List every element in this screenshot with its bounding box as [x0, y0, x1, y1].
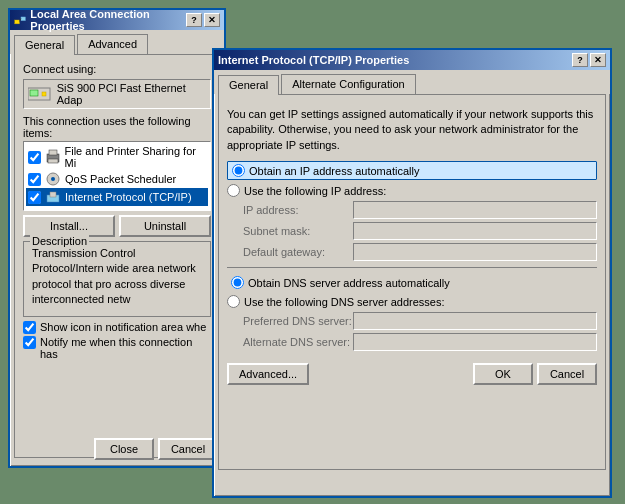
alternate-dns-label: Alternate DNS server: [243, 336, 353, 348]
help-button[interactable]: ? [186, 13, 202, 27]
manual-dns-row: Use the following DNS server addresses: [227, 295, 597, 308]
subnet-row: Subnet mask: [243, 222, 597, 240]
alternate-dns-row: Alternate DNS server: [243, 333, 597, 351]
tcpip-title-text: Internet Protocol (TCP/IP) Properties [218, 54, 409, 66]
list-item-0[interactable]: File and Printer Sharing for Mi [26, 144, 208, 170]
auto-ip-row: Obtain an IP address automatically [227, 161, 597, 180]
show-icon-label: Show icon in notification area whe [40, 321, 206, 333]
notify-checkbox[interactable] [23, 336, 36, 349]
local-conn-tabs: General Advanced [10, 30, 224, 54]
svg-rect-8 [48, 159, 58, 163]
manual-dns-radio[interactable] [227, 295, 240, 308]
install-button[interactable]: Install... [23, 215, 115, 237]
svg-rect-4 [30, 90, 38, 96]
gateway-label: Default gateway: [243, 246, 353, 258]
local-conn-title-text: Local Area Connection Properties [30, 8, 186, 32]
svg-rect-0 [15, 20, 20, 24]
tcpip-info-text: You can get IP settings assigned automat… [227, 107, 597, 153]
tab-general[interactable]: General [14, 35, 75, 55]
ip-fields-section: IP address: Subnet mask: Default gateway… [243, 201, 597, 261]
svg-rect-1 [21, 17, 26, 21]
ok-cancel-row: OK Cancel [473, 363, 597, 385]
connect-using-label: Connect using: [23, 63, 96, 75]
auto-dns-row: Obtain DNS server address automatically [227, 274, 597, 291]
tcpip-tab-content: You can get IP settings assigned automat… [218, 94, 606, 470]
list-item-1[interactable]: QoS Packet Scheduler [26, 170, 208, 188]
checkbox-tcpip[interactable] [28, 191, 41, 204]
tcpip-title-bar: Internet Protocol (TCP/IP) Properties ? … [214, 50, 610, 70]
local-conn-close-button[interactable]: Close [94, 438, 154, 458]
component-label-0: File and Printer Sharing for Mi [65, 145, 207, 169]
preferred-dns-input[interactable] [353, 312, 597, 330]
auto-ip-label: Obtain an IP address automatically [249, 165, 419, 177]
nic-icon [28, 86, 51, 102]
ip-address-row: IP address: [243, 201, 597, 219]
advanced-button[interactable]: Advanced... [227, 363, 309, 385]
svg-line-2 [19, 18, 21, 21]
manual-ip-radio[interactable] [227, 184, 240, 197]
list-item-2[interactable]: Internet Protocol (TCP/IP) [26, 188, 208, 206]
local-conn-bottom-buttons: Close Cancel [94, 438, 218, 458]
tcpip-close-button[interactable]: ✕ [590, 53, 606, 67]
alternate-dns-input[interactable] [353, 333, 597, 351]
adapter-name: SiS 900 PCI Fast Ethernet Adap [57, 82, 206, 106]
network-connection-icon [14, 13, 26, 27]
description-group: Description Transmission Control Protoco… [23, 241, 211, 317]
install-uninstall-row: Install... Uninstall [23, 215, 211, 237]
printer-icon [45, 149, 61, 165]
description-text: Transmission Control Protocol/Intern wid… [32, 246, 202, 308]
manual-ip-row: Use the following IP address: [227, 184, 597, 197]
preferred-dns-label: Preferred DNS server: [243, 315, 353, 327]
tcpip-window: Internet Protocol (TCP/IP) Properties ? … [212, 48, 612, 498]
tcpip-tabs: General Alternate Configuration [214, 70, 610, 94]
subnet-label: Subnet mask: [243, 225, 353, 237]
tcpip-tab-general[interactable]: General [218, 75, 279, 95]
section-divider [227, 267, 597, 268]
svg-rect-12 [50, 192, 56, 197]
local-conn-window: Local Area Connection Properties ? ✕ Gen… [8, 8, 226, 468]
dns-fields-section: Preferred DNS server: Alternate DNS serv… [243, 312, 597, 351]
preferred-dns-row: Preferred DNS server: [243, 312, 597, 330]
manual-dns-label: Use the following DNS server addresses: [244, 296, 445, 308]
tcpip-ok-button[interactable]: OK [473, 363, 533, 385]
checkbox-qos[interactable] [28, 173, 41, 186]
gateway-row: Default gateway: [243, 243, 597, 261]
show-icon-checkbox[interactable] [23, 321, 36, 334]
auto-ip-radio[interactable] [232, 164, 245, 177]
tcpip-tab-alternate[interactable]: Alternate Configuration [281, 74, 416, 94]
tcpip-icon [45, 189, 61, 205]
auto-dns-label: Obtain DNS server address automatically [248, 277, 450, 289]
manual-ip-label: Use the following IP address: [244, 185, 386, 197]
local-conn-cancel-button[interactable]: Cancel [158, 438, 218, 458]
svg-rect-5 [42, 92, 46, 96]
component-label-2: Internet Protocol (TCP/IP) [65, 191, 192, 203]
checkbox-file-printer[interactable] [28, 151, 41, 164]
auto-dns-radio[interactable] [231, 276, 244, 289]
description-group-label: Description [30, 235, 89, 247]
svg-point-10 [51, 177, 55, 181]
notify-row: Notify me when this connection has [23, 336, 211, 360]
adapter-box: SiS 900 PCI Fast Ethernet Adap [23, 79, 211, 109]
show-icon-row: Show icon in notification area whe [23, 321, 211, 334]
tcpip-buttons-row: Advanced... OK Cancel [227, 363, 597, 385]
local-conn-title-bar: Local Area Connection Properties ? ✕ [10, 10, 224, 30]
tab-advanced[interactable]: Advanced [77, 34, 148, 54]
svg-rect-7 [49, 150, 57, 155]
ip-address-input[interactable] [353, 201, 597, 219]
subnet-input[interactable] [353, 222, 597, 240]
local-conn-tab-content: Connect using: SiS 900 PCI Fast Ethernet… [14, 54, 220, 458]
qos-icon [45, 171, 61, 187]
tcpip-help-button[interactable]: ? [572, 53, 588, 67]
close-button[interactable]: ✕ [204, 13, 220, 27]
components-listbox[interactable]: File and Printer Sharing for Mi QoS Pack… [23, 141, 211, 211]
ip-address-label: IP address: [243, 204, 353, 216]
notify-label: Notify me when this connection has [40, 336, 211, 360]
uninstall-button[interactable]: Uninstall [119, 215, 211, 237]
component-label-1: QoS Packet Scheduler [65, 173, 176, 185]
tcpip-cancel-button[interactable]: Cancel [537, 363, 597, 385]
components-label: This connection uses the following items… [23, 115, 191, 139]
gateway-input[interactable] [353, 243, 597, 261]
